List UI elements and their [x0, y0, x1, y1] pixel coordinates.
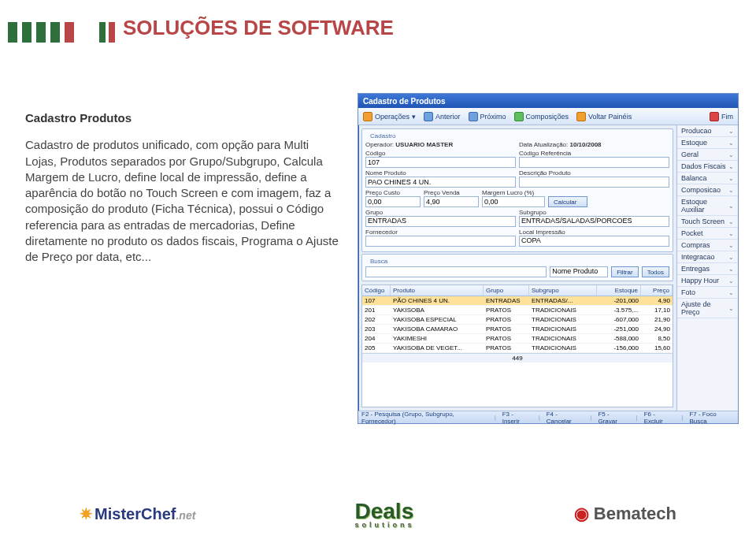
- table-row[interactable]: 107PÃO CHINES 4 UN.ENTRADASENTRADAS/...-…: [362, 296, 673, 306]
- tool-composicoes[interactable]: Composições: [514, 112, 569, 121]
- codref-input[interactable]: [519, 157, 669, 168]
- deals-logo: Deals solutions: [354, 499, 414, 529]
- calcular-button[interactable]: Calcular: [548, 196, 587, 207]
- side-panel-item[interactable]: Balanca⌄: [677, 173, 738, 184]
- pvenda-input[interactable]: [424, 196, 479, 207]
- tool-voltar[interactable]: Voltar Painéis: [576, 112, 632, 121]
- busca-input[interactable]: [365, 266, 547, 277]
- operador-value: USUARIO MASTER: [395, 141, 453, 148]
- filtrar-button[interactable]: Filtrar: [611, 266, 638, 277]
- chevron-down-icon: ⌄: [728, 218, 734, 225]
- slide-body: Cadastro de produtos unificado, com opçã…: [25, 137, 339, 265]
- misterchef-logo: ✷MisterChef.net: [80, 504, 195, 523]
- pcusto-input[interactable]: [365, 196, 421, 207]
- tool-operacoes[interactable]: Operações ▾: [363, 112, 416, 121]
- operations-icon: [363, 112, 372, 121]
- status-f5: F5 - Gravar: [598, 411, 629, 425]
- side-panel-item[interactable]: Ajuste de Preço⌄: [677, 299, 738, 318]
- fornecedor-label: Fornecedor: [365, 229, 516, 236]
- status-f2: F2 - Pesquisa (Grupo, Subgrupo, Forneced…: [361, 411, 488, 425]
- table-row[interactable]: 201YAKISOBAPRATOSTRADICIONAIS-3.575,...1…: [362, 306, 673, 315]
- product-grid[interactable]: Código Produto Grupo Subgrupo Estoque Pr…: [361, 285, 673, 407]
- tool-voltar-label: Voltar Painéis: [588, 113, 632, 121]
- side-panel-item[interactable]: Estoque Auxiliar⌄: [677, 196, 738, 216]
- flame-icon: ✷: [80, 505, 93, 523]
- side-panel-item[interactable]: Happy Hour⌄: [677, 275, 738, 287]
- nome-input[interactable]: [365, 177, 516, 188]
- chevron-down-icon: ⌄: [728, 242, 734, 249]
- table-row[interactable]: 205YAKISOBA DE VEGET...PRATOSTRADICIONAI…: [362, 344, 673, 353]
- localimp-label: Local Impressão: [519, 229, 669, 236]
- codigo-label: Código: [365, 150, 516, 157]
- side-panel-item[interactable]: Compras⌄: [677, 240, 738, 251]
- tool-anterior-label: Anterior: [435, 113, 461, 121]
- cadastro-legend: Cadastro: [368, 132, 398, 139]
- tool-composicoes-label: Composições: [526, 113, 569, 121]
- pvenda-label: Preço Venda: [424, 189, 479, 196]
- localimp-select[interactable]: COPA: [519, 236, 669, 247]
- col-subgrupo[interactable]: Subgrupo: [529, 285, 597, 296]
- footer-logos: ✷MisterChef.net Deals solutions ◉ Bemate…: [0, 499, 756, 529]
- side-panel-item[interactable]: Touch Screen⌄: [677, 216, 738, 228]
- chevron-down-icon: ⌄: [728, 163, 734, 170]
- bematech-logo: ◉ Bematech: [574, 504, 676, 524]
- chevron-down-icon: ⌄: [728, 305, 734, 312]
- tool-anterior[interactable]: Anterior: [424, 112, 461, 121]
- chevron-down-icon: ⌄: [728, 203, 734, 210]
- subgrupo-label: Subgrupo: [519, 209, 669, 216]
- table-row[interactable]: 204YAKIMESHIPRATOSTRADICIONAIS-588,0008,…: [362, 334, 673, 344]
- col-estoque[interactable]: Estoque: [597, 285, 641, 296]
- slide-subtitle: Cadastro Produtos: [25, 110, 339, 126]
- col-preco[interactable]: Preço: [641, 285, 673, 296]
- slide-text-block: Cadastro Produtos Cadastro de produtos u…: [25, 110, 339, 265]
- status-f4: F4 - Cancelar: [547, 411, 584, 425]
- side-panel-item[interactable]: Pocket⌄: [677, 228, 738, 240]
- pcusto-label: Preço Custo: [365, 189, 421, 196]
- chevron-down-icon: ⌄: [728, 277, 734, 285]
- operador-label: Operador:: [365, 141, 394, 148]
- chevron-down-icon: ⌄: [728, 151, 734, 158]
- cadastro-group: Cadastro Operador: USUARIO MASTER Data A…: [361, 128, 673, 252]
- data-atualizacao-value: 10/10/2008: [570, 141, 602, 148]
- grupo-label: Grupo: [365, 209, 516, 216]
- back-panels-icon: [576, 112, 586, 121]
- side-panel-item[interactable]: Dados Fiscais⌄: [677, 161, 738, 173]
- bematech-dot-icon: ◉: [574, 504, 589, 523]
- margem-label: Margem Lucro (%): [482, 189, 545, 196]
- chevron-down-icon: ⌄: [728, 230, 734, 237]
- side-panel-item[interactable]: Estoque⌄: [677, 137, 738, 149]
- chevron-down-icon: ⌄: [728, 139, 734, 147]
- tool-proximo[interactable]: Próximo: [469, 112, 506, 121]
- side-panel-item[interactable]: Composicao⌄: [677, 184, 738, 196]
- codigo-input[interactable]: [365, 157, 516, 168]
- side-panel-item[interactable]: Integracao⌄: [677, 251, 738, 263]
- chevron-down-icon: ⌄: [728, 266, 734, 273]
- window-titlebar: Cadastro de Produtos: [358, 94, 738, 108]
- side-panel-item[interactable]: Producao⌄: [677, 125, 738, 137]
- side-panel-item[interactable]: Foto⌄: [677, 287, 738, 299]
- grupo-select[interactable]: ENTRADAS: [365, 216, 516, 227]
- window-title: Cadastro de Produtos: [363, 97, 445, 106]
- side-panel-item[interactable]: Geral⌄: [677, 149, 738, 161]
- col-codigo[interactable]: Código: [362, 285, 391, 296]
- todos-button[interactable]: Todos: [642, 266, 669, 277]
- tool-fim[interactable]: Fim: [710, 112, 733, 121]
- chevron-down-icon: ⌄: [728, 175, 734, 182]
- margem-input[interactable]: [482, 196, 545, 207]
- side-panel-item[interactable]: Entregas⌄: [677, 263, 738, 275]
- toolbar: Operações ▾ Anterior Próximo Composições…: [358, 108, 738, 125]
- chevron-down-icon: ⌄: [728, 128, 734, 135]
- table-row[interactable]: 203YAKISOBA CAMARAOPRATOSTRADICIONAIS-25…: [362, 325, 673, 334]
- status-f6: F6 - Excluir: [644, 411, 676, 425]
- status-f3: F3 - Inserir: [502, 411, 532, 425]
- subgrupo-select[interactable]: ENTRADAS/SALADAS/PORCOES: [519, 216, 669, 227]
- fornecedor-select[interactable]: [365, 236, 516, 247]
- busca-field-select[interactable]: Nome Produto: [550, 266, 608, 277]
- col-produto[interactable]: Produto: [391, 285, 484, 296]
- data-atualizacao-label: Data Atualização:: [519, 141, 568, 148]
- tool-operacoes-label: Operações: [375, 113, 410, 121]
- col-grupo[interactable]: Grupo: [484, 285, 529, 296]
- nome-label: Nome Produto: [365, 169, 516, 177]
- desc-input[interactable]: [519, 177, 669, 188]
- table-row[interactable]: 202YAKISOBA ESPECIALPRATOSTRADICIONAIS-6…: [362, 315, 673, 325]
